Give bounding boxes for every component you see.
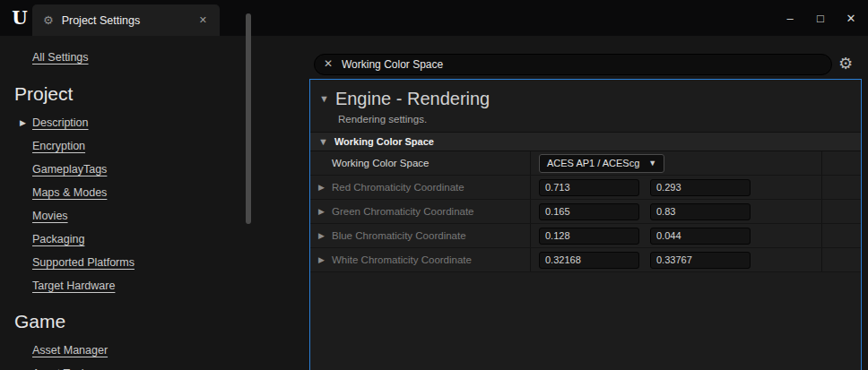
collapse-category-icon[interactable]: ▼ <box>318 137 328 147</box>
panel-title: Engine - Rendering <box>335 87 490 110</box>
tab-label: Project Settings <box>62 14 141 27</box>
setting-row-red-chromaticity: ▶ Red Chromaticity Coordinate <box>310 176 861 200</box>
expand-icon[interactable]: ▶ <box>318 231 325 240</box>
expand-icon[interactable]: ▶ <box>20 111 29 134</box>
reset-cell <box>821 176 861 199</box>
red-y-field[interactable] <box>650 179 751 196</box>
sidebar-item-description[interactable]: ▶Description <box>32 111 249 134</box>
chevron-down-icon: ▼ <box>648 159 656 168</box>
dropdown-value: ACES AP1 / ACEScg <box>547 158 639 168</box>
reset-cell <box>821 151 861 175</box>
sidebar-scrollbar[interactable] <box>246 13 251 224</box>
reset-cell <box>821 248 861 271</box>
setting-label: ▶ Red Chromaticity Coordinate <box>310 182 530 193</box>
engine-rendering-panel: ▼ Engine - Rendering Rendering settings.… <box>309 79 862 370</box>
collapse-section-icon[interactable]: ▼ <box>319 94 329 104</box>
clear-search-icon[interactable]: ✕ <box>324 57 333 70</box>
settings-sidebar: All Settings Project ▶Description Encryp… <box>0 36 249 370</box>
close-button[interactable]: ✕ <box>836 0 866 36</box>
settings-gear-icon[interactable]: ⚙ <box>838 54 853 73</box>
green-y-field[interactable] <box>650 203 751 220</box>
setting-label-text: Green Chromaticity Coordinate <box>332 206 474 217</box>
unreal-engine-logo-icon: U <box>10 7 30 29</box>
green-x-field[interactable] <box>539 203 639 220</box>
expand-icon[interactable]: ▶ <box>318 183 325 192</box>
sidebar-section-project: Project <box>14 82 249 106</box>
sidebar-item-label: Description <box>32 116 89 129</box>
category-label: Working Color Space <box>334 136 434 147</box>
panel-header: ▼ Engine - Rendering Rendering settings. <box>310 80 861 132</box>
sidebar-item-asset-tools[interactable]: Asset Tools <box>32 362 249 370</box>
white-x-field[interactable] <box>539 252 639 269</box>
category-working-color-space[interactable]: ▼ Working Color Space <box>310 132 861 151</box>
reset-cell <box>821 200 861 223</box>
sidebar-item-packaging[interactable]: Packaging <box>32 228 249 251</box>
setting-label-text: Red Chromaticity Coordinate <box>332 182 464 193</box>
project-settings-icon: ⚙ <box>43 14 54 26</box>
setting-label-text: White Chromaticity Coordinate <box>332 254 472 265</box>
setting-label-text: Blue Chromaticity Coordinate <box>332 230 466 241</box>
sidebar-item-target-hardware[interactable]: Target Hardware <box>32 274 249 297</box>
panel-subtitle: Rendering settings. <box>338 112 854 126</box>
window-titlebar: U ⚙ Project Settings ✕ – □ ✕ <box>0 0 868 36</box>
sidebar-item-supported-platforms[interactable]: Supported Platforms <box>32 251 249 274</box>
search-input[interactable] <box>314 54 832 75</box>
sidebar-item-all-settings[interactable]: All Settings <box>32 48 249 66</box>
search-bar: ✕ <box>314 54 832 75</box>
reset-cell <box>821 224 861 247</box>
sidebar-item-maps-and-modes[interactable]: Maps & Modes <box>32 181 249 204</box>
setting-label: ▶ White Chromaticity Coordinate <box>310 254 530 265</box>
setting-value-cell <box>530 224 821 247</box>
maximize-button[interactable]: □ <box>805 0 836 36</box>
white-y-field[interactable] <box>650 252 751 269</box>
setting-value-cell <box>530 200 821 223</box>
setting-label: Working Color Space <box>310 158 530 168</box>
blue-x-field[interactable] <box>539 228 639 245</box>
tab-project-settings[interactable]: ⚙ Project Settings ✕ <box>32 4 220 36</box>
sidebar-item-movies[interactable]: Movies <box>32 204 249 228</box>
blue-y-field[interactable] <box>650 228 751 245</box>
setting-row-white-chromaticity: ▶ White Chromaticity Coordinate <box>310 248 861 272</box>
red-x-field[interactable] <box>539 179 639 196</box>
sidebar-section-game: Game <box>14 310 249 333</box>
setting-row-working-color-space: Working Color Space ACES AP1 / ACEScg ▼ <box>310 151 861 176</box>
expand-icon[interactable]: ▶ <box>318 207 325 216</box>
working-color-space-dropdown[interactable]: ACES AP1 / ACEScg ▼ <box>539 154 664 173</box>
setting-value-cell <box>530 176 821 199</box>
setting-value-cell <box>530 248 821 271</box>
expand-icon[interactable]: ▶ <box>318 255 325 264</box>
setting-value-cell: ACES AP1 / ACEScg ▼ <box>530 151 821 175</box>
sidebar-item-encryption[interactable]: Encryption <box>32 134 249 158</box>
setting-label: ▶ Green Chromaticity Coordinate <box>310 206 530 217</box>
window-controls: – □ ✕ <box>775 0 866 36</box>
setting-label: ▶ Blue Chromaticity Coordinate <box>310 230 530 241</box>
setting-row-blue-chromaticity: ▶ Blue Chromaticity Coordinate <box>310 224 861 248</box>
tab-close-icon[interactable]: ✕ <box>195 13 211 28</box>
setting-row-green-chromaticity: ▶ Green Chromaticity Coordinate <box>310 200 861 224</box>
sidebar-item-gameplaytags[interactable]: GameplayTags <box>32 158 249 181</box>
sidebar-item-asset-manager[interactable]: Asset Manager <box>32 339 249 362</box>
minimize-button[interactable]: – <box>775 0 805 36</box>
